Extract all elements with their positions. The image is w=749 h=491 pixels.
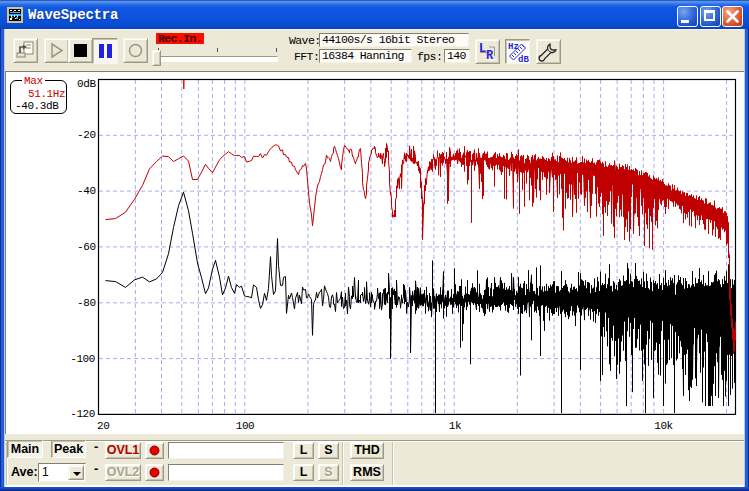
svg-text:R: R	[486, 49, 494, 63]
svg-text:dB: dB	[518, 55, 529, 63]
svg-text:Hz: Hz	[508, 42, 519, 52]
